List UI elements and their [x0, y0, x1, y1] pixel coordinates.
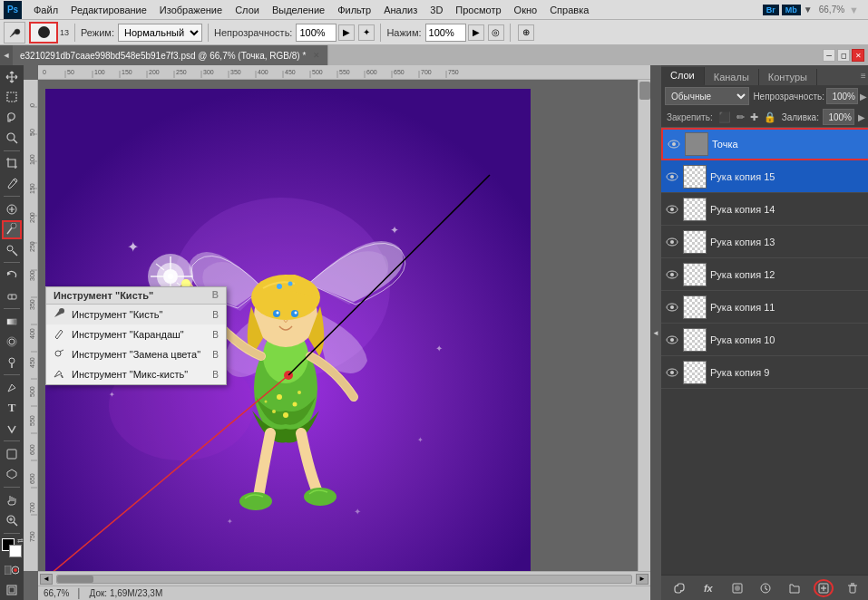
tool-history-brush[interactable] [2, 266, 22, 285]
canvas-scroll-area[interactable]: ✦ ✦ ✦ ✦ ✦ ✦ ✦ [38, 80, 650, 571]
layer-adjustment-btn[interactable] [756, 579, 775, 597]
tool-dodge[interactable] [2, 353, 22, 372]
tool-3d[interactable] [2, 465, 22, 484]
win-restore[interactable]: ◻ [837, 49, 850, 62]
menu-item-filter[interactable]: Фильтр [331, 3, 377, 17]
tool-clone[interactable] [2, 240, 22, 259]
layer-item-ruka11[interactable]: Рука копия 11 [661, 291, 868, 324]
layer-item-ruka12[interactable]: Рука копия 12 [661, 258, 868, 291]
panel-collapse-btn[interactable]: ◄ [650, 65, 661, 600]
tool-path-select[interactable] [2, 419, 22, 438]
tool-hand[interactable] [2, 490, 22, 509]
win-minimize[interactable]: ─ [823, 49, 835, 62]
tab-paths[interactable]: Контуры [759, 69, 817, 85]
tool-gradient[interactable] [2, 312, 22, 331]
context-menu[interactable]: Инструмент "Кисть" B Инструмент "Кисть" … [45, 286, 227, 385]
menu-item-select[interactable]: Выделение [266, 3, 331, 17]
context-menu-item-mixer-brush[interactable]: Инструмент "Микс-кисть" B [46, 364, 226, 384]
tool-eraser[interactable] [2, 286, 22, 305]
layer-item-ruka13[interactable]: Рука копия 13 [661, 226, 868, 258]
menu-item-window[interactable]: Окно [508, 3, 544, 17]
vertical-scrollbar-thumb[interactable] [639, 82, 650, 100]
menu-item-help[interactable]: Справка [543, 3, 595, 17]
scroll-track[interactable] [56, 575, 632, 584]
doc-tab-close-btn[interactable]: ✕ [313, 51, 320, 60]
layer-link-btn[interactable] [669, 579, 689, 597]
layer-visibility-ruka9[interactable] [665, 365, 679, 380]
tool-zoom[interactable] [2, 510, 22, 529]
context-menu-item-brush[interactable]: Инструмент "Кисть" B [46, 305, 226, 324]
layer-visibility-tochka[interactable] [667, 137, 681, 151]
menu-item-image[interactable]: Изображение [153, 3, 229, 17]
scroll-right-btn[interactable]: ► [636, 574, 649, 585]
scroll-left-btn[interactable]: ◄ [40, 574, 53, 585]
layer-delete-btn[interactable] [843, 579, 863, 597]
layer-visibility-ruka15[interactable] [665, 169, 679, 184]
opacity-arrow-icon[interactable]: ▶ [860, 92, 867, 102]
lock-paint-icon[interactable]: ✏ [736, 111, 745, 123]
zoom-status[interactable]: 66,7% [44, 588, 69, 598]
tool-quick-select[interactable] [2, 128, 22, 147]
lock-position-icon[interactable]: ✚ [750, 111, 758, 123]
layer-item-ruka15[interactable]: Рука копия 15 [661, 160, 868, 193]
layer-item-ruka9[interactable]: Рука копия 9 [661, 356, 868, 389]
tool-blur[interactable] [2, 333, 22, 352]
airbrush-toggle[interactable]: ✦ [358, 24, 375, 41]
layer-item-tochka[interactable]: Точка [661, 128, 868, 160]
menu-item-edit[interactable]: Редактирование [64, 3, 153, 17]
layer-fx-btn[interactable]: fx [698, 579, 718, 597]
clone-source-toggle[interactable]: ⊕ [518, 24, 534, 41]
tool-brush[interactable] [2, 220, 22, 240]
brush-size-picker[interactable] [29, 22, 58, 44]
layer-blend-mode-select[interactable]: Обычные [665, 87, 749, 105]
win-close[interactable]: ✕ [852, 49, 864, 62]
blend-mode-select[interactable]: Нормальный [118, 24, 202, 42]
switch-colors-icon[interactable]: ⇄ [17, 537, 24, 545]
lock-transparent-icon[interactable]: ⬛ [718, 111, 731, 123]
layer-visibility-ruka11[interactable] [665, 300, 679, 315]
menu-item-file[interactable]: Файл [27, 3, 64, 17]
workspace-selector[interactable]: ▼ [804, 5, 813, 15]
tool-type[interactable]: T [2, 399, 22, 418]
doc-tab-scroll-left[interactable]: ◄ [0, 45, 13, 65]
opacity-arrow[interactable]: ▶ [338, 24, 355, 41]
tool-shape[interactable] [2, 444, 22, 463]
lock-all-icon[interactable]: 🔒 [764, 111, 776, 123]
context-menu-item-pencil[interactable]: Инструмент "Карандаш" B [46, 324, 226, 344]
tool-move[interactable] [2, 67, 22, 86]
color-swatches[interactable]: ⇄ [2, 538, 22, 557]
layer-new-btn[interactable] [814, 579, 834, 597]
stylus-pressure-toggle[interactable]: ◎ [488, 24, 504, 41]
menu-item-view[interactable]: Просмотр [449, 3, 507, 17]
tool-lasso[interactable] [2, 108, 22, 127]
tool-marquee[interactable] [2, 87, 22, 106]
pressure-input[interactable] [425, 24, 466, 42]
tab-layers[interactable]: Слои [661, 67, 705, 85]
tool-pen[interactable] [2, 378, 22, 397]
mini-bridge-button[interactable]: Mb [782, 5, 801, 15]
layer-visibility-ruka10[interactable] [665, 333, 679, 347]
menu-item-analysis[interactable]: Анализ [377, 3, 424, 17]
layer-visibility-ruka13[interactable] [665, 235, 679, 249]
tab-channels[interactable]: Каналы [705, 69, 759, 85]
fill-value-input[interactable] [823, 109, 854, 125]
fill-arrow-icon[interactable]: ▶ [858, 112, 865, 122]
vertical-scrollbar[interactable] [638, 80, 650, 571]
tool-quick-mask[interactable] [2, 560, 22, 579]
layer-visibility-ruka12[interactable] [665, 267, 679, 282]
menu-item-layers[interactable]: Слои [229, 3, 266, 17]
panel-menu-btn[interactable]: ≡ [856, 65, 868, 85]
bridge-button[interactable]: Br [763, 5, 779, 15]
menu-item-3d[interactable]: 3D [424, 3, 449, 17]
tool-eyedropper[interactable] [2, 174, 22, 193]
pressure-arrow[interactable]: ▶ [468, 24, 484, 41]
layer-group-btn[interactable] [785, 579, 805, 597]
scroll-thumb[interactable] [57, 576, 93, 583]
opacity-value-input[interactable] [826, 88, 858, 104]
doc-tab-main[interactable]: e3210291db7caae998bd548e5b91e7f3.psd @ 6… [13, 45, 328, 65]
tool-healing[interactable] [2, 199, 22, 218]
opacity-input[interactable] [296, 24, 336, 42]
horizontal-scrollbar[interactable]: ◄ ► [38, 571, 650, 585]
tool-preset-picker[interactable] [4, 22, 25, 44]
tool-screen-mode[interactable] [2, 581, 22, 600]
